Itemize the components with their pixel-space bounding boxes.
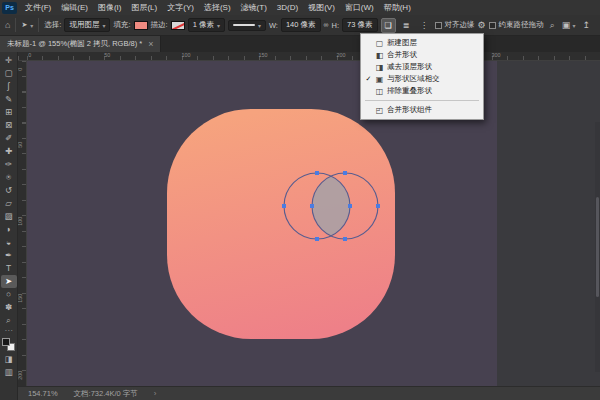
stroke-style-dropdown[interactable]: ▾ [228, 20, 266, 31]
anchor-point[interactable] [343, 171, 347, 175]
tools-panel: ✛ ▢ ʃ ✎ ⊞ ⊠ ✐ ✚ ✑ ⍟ ↺ ▱ ▨ ◗ ◒ ✒ T ➤ ○ ✽ … [0, 52, 18, 400]
close-icon[interactable]: × [148, 39, 153, 49]
shape-height-field[interactable]: 73 像素 [342, 18, 377, 32]
intersection-region[interactable] [312, 176, 350, 236]
anchor-point[interactable] [310, 204, 314, 208]
menu-item-label: 与形状区域相交 [387, 74, 440, 84]
constrain-path-checkbox[interactable] [489, 22, 496, 29]
workspace-icon: ▣ [562, 20, 571, 30]
menu-select[interactable]: 选择(S) [199, 0, 236, 15]
document-tab-title: 未标题-1 @ 155%(椭圆 2 拷贝, RGB/8) * [7, 39, 142, 49]
lasso-tool[interactable]: ʃ [1, 80, 17, 93]
brush-tool[interactable]: ✑ [1, 158, 17, 171]
anchor-point[interactable] [343, 237, 347, 241]
stroke-width-field[interactable]: 1 像素 ▾ [188, 18, 225, 32]
crop-tool[interactable]: ⊞ [1, 106, 17, 119]
vertical-scrollbar[interactable] [595, 122, 600, 372]
gradient-tool[interactable]: ▨ [1, 210, 17, 223]
merge-shape-components-icon: ◰ [375, 106, 384, 115]
menu-image[interactable]: 图像(I) [93, 0, 127, 15]
vertical-ruler: 0 50 100 150 200 [18, 61, 27, 386]
chevron-down-icon: ▾ [258, 22, 261, 29]
pasteboard [27, 61, 600, 386]
align-edges-checkbox[interactable] [435, 22, 442, 29]
eyedropper-tool[interactable]: ✐ [1, 132, 17, 145]
marquee-tool[interactable]: ▢ [1, 67, 17, 80]
ellipse-tool[interactable]: ○ [1, 288, 17, 301]
shape-width-field[interactable]: 140 像素 [281, 18, 321, 32]
document-size-info: 文档:732.4K/0 字节 [74, 389, 138, 399]
foreground-color-swatch[interactable] [2, 338, 10, 346]
search-icon[interactable]: ⌕ [550, 20, 555, 30]
fill-label: 填充: [113, 20, 130, 30]
intersect-shape-areas-icon: ▣ [375, 75, 384, 84]
screen-mode-button[interactable]: ▥ [1, 366, 17, 379]
anchor-point[interactable] [282, 204, 286, 208]
menu-item-combine-shapes[interactable]: ◧ 合并形状 [361, 49, 483, 61]
quick-mask-button[interactable]: ◨ [1, 353, 17, 366]
menu-layer[interactable]: 图层(L) [126, 0, 162, 15]
path-operations-button[interactable]: ❏ [381, 18, 396, 33]
path-selection-tool[interactable]: ➤ [1, 275, 17, 288]
menu-3d[interactable]: 3D(D) [272, 0, 303, 15]
gear-icon[interactable]: ⚙ [478, 20, 486, 30]
pen-tool[interactable]: ✒ [1, 249, 17, 262]
scrollbar-thumb[interactable] [596, 197, 599, 297]
photoshop-window: Ps 文件(F) 编辑(E) 图像(I) 图层(L) 文字(Y) 选择(S) 滤… [0, 0, 600, 400]
history-brush-tool[interactable]: ↺ [1, 184, 17, 197]
frame-tool[interactable]: ⊠ [1, 119, 17, 132]
menu-help[interactable]: 帮助(H) [379, 0, 416, 15]
ruler-label: 150 [259, 52, 268, 57]
quick-selection-tool[interactable]: ✎ [1, 93, 17, 106]
blur-tool[interactable]: ◗ [1, 223, 17, 236]
menu-item-intersect-shape-areas[interactable]: ✓ ▣ 与形状区域相交 [361, 73, 483, 85]
status-chevron-icon[interactable]: › [154, 389, 157, 398]
color-wells[interactable] [2, 338, 15, 351]
select-mode-label: 选择: [44, 20, 61, 30]
eraser-tool[interactable]: ▱ [1, 197, 17, 210]
combine-shapes-icon: ◧ [375, 51, 384, 60]
menu-window[interactable]: 窗口(W) [340, 0, 379, 15]
menu-item-exclude-overlapping-shapes[interactable]: ◫ 排除重叠形状 [361, 85, 483, 97]
home-icon[interactable]: ⌂ [5, 20, 10, 30]
stroke-color-swatch[interactable] [171, 21, 185, 30]
spot-healing-tool[interactable]: ✚ [1, 145, 17, 158]
current-tool-icon[interactable]: ➤ [21, 20, 27, 30]
tool-preset-caret-icon[interactable]: ▾ [30, 22, 33, 29]
path-arrangement-button[interactable]: ⋮ [417, 18, 432, 33]
dodge-tool[interactable]: ◒ [1, 236, 17, 249]
menu-item-subtract-front-shape[interactable]: ◨ 减去顶层形状 [361, 61, 483, 73]
zoom-level-field[interactable]: 154.71% [28, 389, 58, 398]
menu-item-merge-shape-components[interactable]: ◰ 合并形状组件 [361, 104, 483, 116]
menu-file[interactable]: 文件(F) [20, 0, 56, 15]
horizontal-ruler: 0 50 100 150 200 250 300 [18, 52, 600, 61]
ruler-label: 100 [17, 217, 22, 226]
workspace-switcher-button[interactable]: ▣ ▾ [562, 20, 576, 30]
select-mode-value: 现用图层 [69, 20, 99, 30]
ruler-label: 200 [17, 371, 22, 380]
exclude-overlapping-shapes-icon: ◫ [375, 87, 384, 96]
menu-bar: Ps 文件(F) 编辑(E) 图像(I) 图层(L) 文字(Y) 选择(S) 滤… [0, 0, 600, 15]
menu-type[interactable]: 文字(Y) [162, 0, 199, 15]
move-tool[interactable]: ✛ [1, 54, 17, 67]
document-tab[interactable]: 未标题-1 @ 155%(椭圆 2 拷贝, RGB/8) * × [0, 36, 161, 52]
fill-color-swatch[interactable] [134, 21, 148, 30]
link-dimensions-icon[interactable]: ∞ [324, 20, 329, 30]
edit-toolbar-icon[interactable]: ⋯ [1, 327, 17, 336]
path-alignment-button[interactable]: ≣ [399, 18, 414, 33]
menu-edit[interactable]: 编辑(E) [56, 0, 93, 15]
anchor-point[interactable] [315, 171, 319, 175]
anchor-point[interactable] [315, 237, 319, 241]
clone-stamp-tool[interactable]: ⍟ [1, 171, 17, 184]
share-icon[interactable]: ↥ [582, 20, 590, 30]
stroke-label: 描边: [151, 20, 168, 30]
chevron-down-icon: ▾ [572, 23, 575, 29]
menu-item-new-layer[interactable]: ▢ 新建图层 [361, 37, 483, 49]
anchor-point[interactable] [376, 204, 380, 208]
menu-view[interactable]: 视图(V) [303, 0, 340, 15]
anchor-point[interactable] [348, 204, 352, 208]
select-mode-dropdown[interactable]: 现用图层 ▾ [64, 18, 110, 32]
type-tool[interactable]: T [1, 262, 17, 275]
hand-tool[interactable]: ✽ [1, 301, 17, 314]
menu-filter[interactable]: 滤镜(T) [236, 0, 272, 15]
